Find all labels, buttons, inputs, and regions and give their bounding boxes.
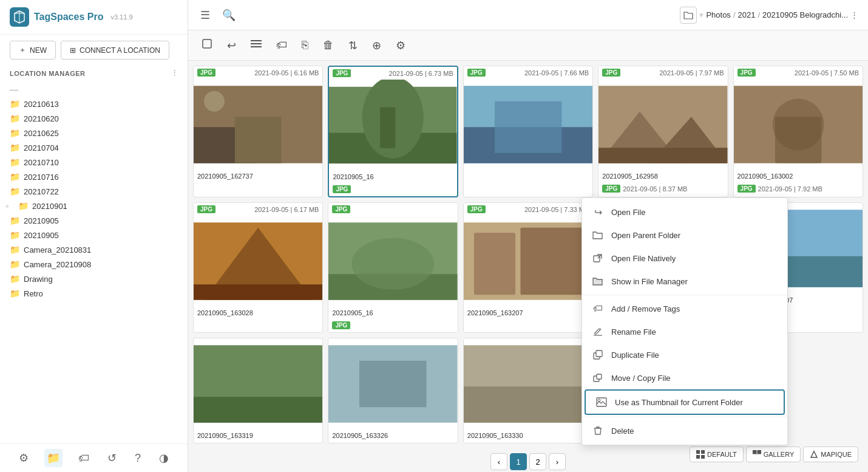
photo-filename-3 <box>464 170 592 176</box>
prev-page-button[interactable]: ‹ <box>490 453 507 470</box>
breadcrumb-folder-icon[interactable] <box>680 7 697 24</box>
gallery-view-button[interactable]: GALLERY <box>746 446 801 462</box>
photo-meta-2: JPG 2021-09-05 | 6.73 MB <box>329 67 456 80</box>
menu-label-rename: Rename File <box>611 327 656 337</box>
menu-label-add-tags: Add / Remove Tags <box>611 304 680 313</box>
folder-item-20210620[interactable]: 📁 20210620 <box>0 111 188 126</box>
folder-item-20210722[interactable]: 📁 20210722 <box>0 184 188 199</box>
photo-card-1[interactable]: JPG 2021-09-05 | 6.16 MB 20210905_162737 <box>193 66 323 197</box>
help-icon[interactable]: ? <box>132 450 143 467</box>
folder-item-20210625[interactable]: 📁 20210625 <box>0 126 188 140</box>
menu-item-move-copy[interactable]: Move / Copy File <box>582 366 787 389</box>
tag-view-icon[interactable]: 🏷 <box>273 35 291 55</box>
sort-icon[interactable]: ⇅ <box>345 35 361 56</box>
photo-card-5[interactable]: JPG 2021-09-05 | 7.50 MB 20210905_163002… <box>733 66 863 197</box>
svg-rect-42 <box>464 386 592 422</box>
svg-rect-56 <box>596 351 602 357</box>
menu-item-open-file[interactable]: ↪ Open File <box>582 200 787 224</box>
menu-item-open-parent[interactable]: Open Parent Folder <box>582 224 787 247</box>
folder-item-20210716[interactable]: 📁 20210716 <box>0 169 188 184</box>
contrast-icon[interactable]: ◑ <box>157 449 171 467</box>
list-view-icon[interactable] <box>247 35 265 55</box>
folder-icon-2: 📁 <box>10 114 20 123</box>
breadcrumb-photos[interactable]: Photos <box>706 10 730 19</box>
folder-icon-4: 📁 <box>10 143 20 152</box>
menu-item-delete[interactable]: Delete <box>582 419 787 442</box>
mapique-view-button[interactable]: MAPIQUE <box>803 446 858 462</box>
folder-icon-11: 📁 <box>10 245 20 255</box>
settings-icon[interactable]: ⚙ <box>16 449 31 467</box>
folder-item-camera-sep[interactable]: 📁 Camera_20210908 <box>0 257 188 272</box>
menu-item-rename[interactable]: Rename File <box>582 320 787 343</box>
folder-item-20210905-a[interactable]: 📁 20210905 <box>0 213 188 228</box>
page-1-button[interactable]: 1 <box>510 453 527 470</box>
svg-rect-51 <box>758 450 761 454</box>
mapique-view-label: MAPIQUE <box>821 451 852 458</box>
folder-icon-8: 📁 <box>18 201 29 211</box>
folder-item-20210613[interactable]: 📁 20210613 <box>0 97 188 111</box>
menu-toggle-icon[interactable]: ☰ <box>198 6 212 24</box>
locations-icon[interactable]: 📁 <box>44 449 63 467</box>
settings-toolbar-icon[interactable]: ⚙ <box>392 35 409 56</box>
breadcrumb-2021[interactable]: 2021 <box>738 10 756 19</box>
photo-card-13[interactable]: 20210905_163330 <box>463 338 593 443</box>
copy-icon[interactable]: ⎘ <box>298 35 312 55</box>
menu-item-use-thumbnail[interactable]: Use as Thumbnail for Current Folder <box>585 389 785 415</box>
svg-rect-31 <box>520 228 582 295</box>
import-icon[interactable]: ⊕ <box>368 35 385 56</box>
folder-item-camera-aug[interactable]: 📁 Camera_20210831 <box>0 242 188 257</box>
select-all-icon[interactable] <box>198 35 216 56</box>
photo-date-3: 2021-09-05 | 7.66 MB <box>524 69 589 77</box>
photo-img-4 <box>598 79 727 170</box>
badge-3: JPG <box>467 69 486 77</box>
gallery: JPG 2021-09-05 | 6.16 MB 20210905_162737… <box>188 61 868 472</box>
folder-item-drawing[interactable]: 📁 Drawing <box>0 272 188 286</box>
photo-img-5 <box>734 79 863 170</box>
svg-rect-38 <box>194 397 322 422</box>
folder-item-retro[interactable]: 📁 Retro <box>0 286 188 301</box>
folder-name-20210710: 20210710 <box>24 158 178 167</box>
svg-rect-46 <box>701 450 705 454</box>
history-icon[interactable]: ↺ <box>105 449 119 467</box>
photo-card-11[interactable]: 20210905_163319 <box>193 338 323 443</box>
folder-name-20210901: 20210901 <box>32 202 178 211</box>
menu-item-open-natively[interactable]: Open File Natively <box>582 247 787 270</box>
new-label: NEW <box>30 46 47 55</box>
photo-card-4[interactable]: JPG 2021-09-05 | 7.97 MB 20210905_162958… <box>598 66 728 197</box>
page-2-button[interactable]: 2 <box>529 453 546 470</box>
photo-card-2[interactable]: JPG 2021-09-05 | 6.73 MB 20210905_16 JPG <box>328 66 458 197</box>
tags-icon[interactable]: 🏷 <box>76 450 92 467</box>
folder-item-20210905-b[interactable]: 📁 20210905 <box>0 228 188 242</box>
photo-card-6[interactable]: JPG 2021-09-05 | 6.17 MB 20210905_163028 <box>193 202 323 333</box>
connect-location-button[interactable]: ⊞ CONNECT A LOCATION <box>61 41 169 60</box>
menu-item-duplicate[interactable]: Duplicate File <box>582 343 787 366</box>
photo-filename-4: 20210905_162958 <box>598 170 727 183</box>
photo-card-12[interactable]: 20210905_163326 <box>328 338 458 443</box>
default-view-button[interactable]: DEFAULT <box>690 446 744 462</box>
next-page-button[interactable]: › <box>549 453 566 470</box>
breadcrumb: ▾ Photos / 2021 / 20210905 Belogradchi..… <box>680 7 858 24</box>
sidebar-actions: ＋ NEW ⊞ CONNECT A LOCATION <box>0 35 188 66</box>
back-icon[interactable]: ↩ <box>223 35 240 56</box>
photo-img-11 <box>194 338 322 429</box>
folder-item-parent[interactable]: — <box>0 82 188 97</box>
location-manager-title: LOCATION MANAGER ⋮ <box>0 66 188 80</box>
search-icon[interactable]: 🔍 <box>220 6 238 24</box>
menu-item-show-file-manager[interactable]: Show in File Manager <box>582 270 787 293</box>
photo-card-3[interactable]: JPG 2021-09-05 | 7.66 MB <box>463 66 593 197</box>
new-button[interactable]: ＋ NEW <box>10 41 56 60</box>
menu-item-add-tags[interactable]: 🏷 Add / Remove Tags <box>582 297 787 320</box>
photo-date-1: 2021-09-05 | 6.16 MB <box>254 69 319 77</box>
folder-filled-icon <box>592 275 604 287</box>
delete-toolbar-icon[interactable]: 🗑 <box>319 35 337 55</box>
svg-rect-7 <box>235 117 281 163</box>
folder-item-20210704[interactable]: 📁 20210704 <box>0 140 188 155</box>
dash-icon: — <box>10 84 18 94</box>
folder-item-20210901[interactable]: + 📁 20210901 <box>0 199 188 213</box>
breadcrumb-more-icon[interactable]: ⋮ <box>850 10 858 19</box>
photo-card-8[interactable]: JPG 2021-09-05 | 7.33 MB 20210905_163207 <box>463 202 593 333</box>
rename-icon <box>592 326 604 338</box>
photo-card-7[interactable]: JPG 20210905_16 JPG <box>328 202 458 333</box>
folder-item-20210710[interactable]: 📁 20210710 <box>0 155 188 169</box>
more-options-icon[interactable]: ⋮ <box>171 69 178 77</box>
